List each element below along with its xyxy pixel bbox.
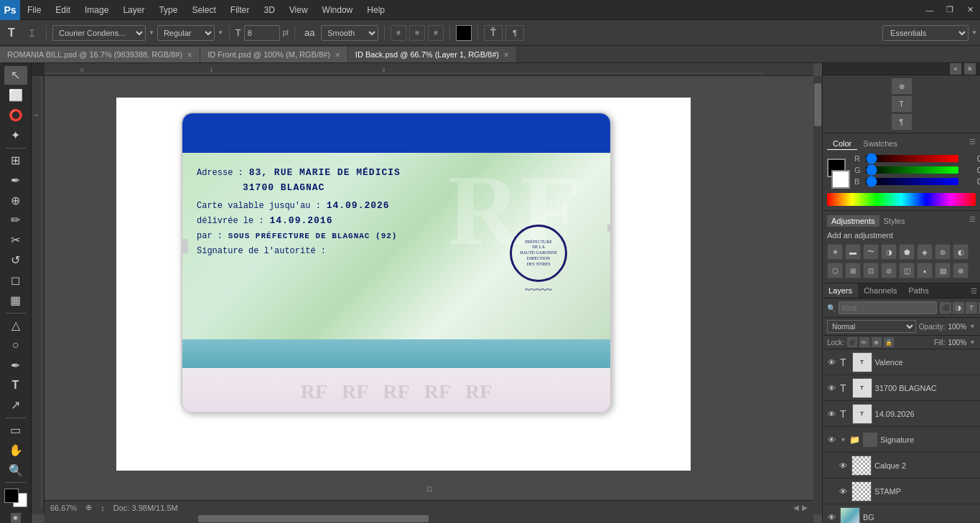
shape-tool[interactable]: ▭ (4, 421, 27, 440)
tab-id-back-close[interactable]: ✕ (503, 51, 509, 59)
fill-arrow[interactable]: ▼ (969, 339, 976, 346)
layer-vis-valence[interactable]: 👁 (826, 357, 837, 368)
lasso-tool[interactable]: ⭕ (4, 106, 27, 125)
swatches-tab[interactable]: Swatches (857, 138, 903, 150)
b-slider[interactable] (866, 178, 958, 185)
adj-panel-menu[interactable]: ☰ (969, 215, 976, 227)
pixel-filter-icon[interactable]: ⬛ (940, 302, 951, 314)
layer-item-bg[interactable]: 👁 BG (823, 504, 980, 523)
menu-edit[interactable]: Edit (48, 0, 78, 19)
threshold-icon[interactable]: ⬧ (917, 263, 933, 278)
timeline-back-btn[interactable]: ◀ (793, 504, 799, 512)
text-tool[interactable]: T (4, 376, 27, 395)
menu-help[interactable]: Help (360, 0, 392, 19)
menu-layer[interactable]: Layer (116, 0, 151, 19)
color-panel-menu[interactable]: ☰ (969, 138, 976, 150)
layer-vis-stamp[interactable]: 👁 (837, 486, 849, 497)
blend-mode-dropdown[interactable]: Normal (827, 320, 916, 333)
menu-select[interactable]: Select (185, 0, 223, 19)
layers-panel-menu[interactable]: ☰ (968, 284, 980, 298)
layer-item-signature[interactable]: 👁 ▼ 📁 Signature (823, 427, 980, 453)
menu-3d[interactable]: 3D (256, 0, 281, 19)
blur-tool[interactable]: △ (4, 316, 27, 334)
panel-close-btn[interactable]: ✕ (964, 63, 976, 75)
layer-item-blagnac[interactable]: 👁 T T 31700 BLAGNAC (823, 375, 980, 401)
brightness-adj-icon[interactable]: ☀ (827, 244, 843, 260)
pen-tool[interactable]: ✒ (4, 356, 27, 374)
scroll-thumb-vertical[interactable] (814, 83, 821, 126)
lock-pixels-icon[interactable]: ⬛ (847, 337, 857, 347)
channels-tab[interactable]: Channels (858, 283, 902, 298)
menu-window[interactable]: Window (315, 0, 360, 19)
tab-id-front[interactable]: ID Front.psd @ 100% (M, RGB/8#) ✕ (200, 47, 348, 62)
posterize-icon[interactable]: ◫ (899, 263, 915, 278)
hand-tool[interactable]: ✋ (4, 440, 27, 459)
panel-collapse-btn[interactable]: « (950, 63, 961, 75)
dodge-tool[interactable]: ○ (4, 336, 27, 354)
timeline-forward-btn[interactable]: ▶ (802, 504, 808, 512)
eraser-tool[interactable]: ◻ (4, 271, 27, 290)
move-tool[interactable]: ↖ (4, 66, 27, 85)
hsl-adj-icon[interactable]: ◈ (917, 244, 933, 260)
close-button[interactable]: ✕ (960, 0, 980, 20)
levels-adj-icon[interactable]: ▬ (845, 244, 861, 260)
kind-search[interactable] (839, 301, 937, 314)
tab-romania-bill-close[interactable]: ✕ (187, 51, 192, 59)
layer-item-valence[interactable]: 👁 T T Valence (823, 349, 980, 375)
r-slider[interactable] (866, 155, 958, 162)
vibrance-adj-icon[interactable]: ⬟ (899, 244, 915, 260)
lock-all-icon[interactable]: 🔒 (884, 337, 894, 347)
char-panel-button[interactable]: ¶ (505, 25, 524, 41)
panel-options-btn[interactable]: ⊕ (892, 78, 912, 94)
font-style-dropdown[interactable]: Regular (157, 25, 215, 41)
color-lookup-icon[interactable]: ⊡ (863, 263, 879, 278)
styles-tab[interactable]: Styles (879, 215, 910, 227)
heal-tool[interactable]: ⊕ (4, 191, 27, 209)
panel-options-btn2[interactable]: T (892, 96, 912, 112)
layer-item-date[interactable]: 👁 T T 14.09.2026 (823, 401, 980, 427)
bw-adj-icon[interactable]: ◐ (953, 244, 969, 260)
photo-filter-icon[interactable]: ⬡ (827, 263, 843, 278)
layers-tab[interactable]: Layers (823, 283, 858, 298)
antialiasing-dropdown[interactable]: Smooth (321, 25, 378, 41)
lock-position-icon[interactable]: ✏ (859, 337, 869, 347)
tab-id-front-close[interactable]: ✕ (335, 51, 340, 59)
essentials-dropdown[interactable]: Essentials (882, 25, 969, 41)
color-spectrum[interactable] (827, 193, 976, 206)
selective-color-icon[interactable]: ⊛ (953, 263, 969, 278)
eyedropper-tool[interactable]: ✒ (4, 171, 27, 189)
layer-vis-date[interactable]: 👁 (826, 408, 837, 420)
minimize-button[interactable]: — (920, 0, 940, 20)
gradient-tool[interactable]: ▦ (4, 291, 27, 310)
tab-romania-bill[interactable]: ROMANIA BILL.psd @ 16.7% (9839388, RGB/8… (0, 47, 200, 62)
text-color-swatch[interactable] (456, 25, 472, 41)
magic-wand-tool[interactable]: ✦ (4, 126, 27, 145)
layer-item-stamp[interactable]: 👁 STAMP (823, 479, 980, 504)
color-swatches[interactable] (4, 489, 27, 507)
font-name-dropdown[interactable]: Courier Condens... (52, 25, 146, 41)
paths-tab[interactable]: Paths (903, 283, 935, 298)
invert-icon[interactable]: ⊘ (881, 263, 897, 278)
font-size-input[interactable] (244, 25, 280, 41)
aa-button[interactable]: aa (301, 24, 318, 42)
menu-view[interactable]: View (282, 0, 315, 19)
layer-vis-blagnac[interactable]: 👁 (826, 382, 837, 394)
layer-vis-bg[interactable]: 👁 (826, 512, 837, 523)
panel-options-btn3[interactable]: ¶ (892, 114, 912, 130)
zoom-tool[interactable]: 🔍 (4, 461, 27, 479)
scroll-thumb-horizontal[interactable] (198, 515, 429, 522)
text-orient-btn[interactable]: ⌶ (23, 24, 40, 42)
color-tab[interactable]: Color (827, 138, 857, 150)
path-select-tool[interactable]: ↗ (4, 396, 27, 415)
menu-file[interactable]: File (20, 0, 48, 19)
gradient-map-icon[interactable]: ▤ (935, 263, 951, 278)
menu-image[interactable]: Image (78, 0, 116, 19)
layer-vis-calque2[interactable]: 👁 (837, 460, 849, 471)
clone-tool[interactable]: ✂ (4, 231, 27, 250)
quick-mask-btn[interactable]: ◉ (11, 513, 21, 523)
layer-expand-signature[interactable]: ▼ (840, 436, 846, 443)
menu-type[interactable]: Type (151, 0, 185, 19)
marquee-tool[interactable]: ⬜ (4, 86, 27, 105)
exposure-adj-icon[interactable]: ◑ (881, 244, 897, 260)
text-filter-icon[interactable]: T (966, 302, 977, 314)
